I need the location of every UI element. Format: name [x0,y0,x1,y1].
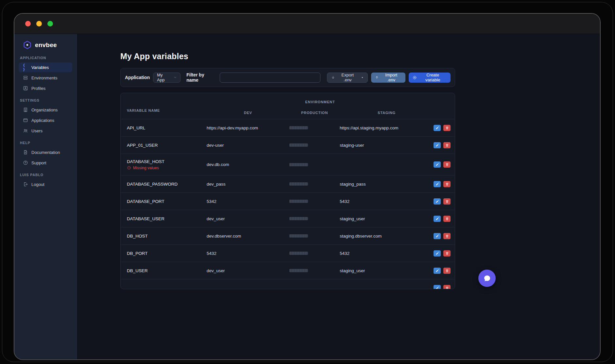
variable-name-column-header: VARIABLE NAME [121,108,207,112]
masked-value [289,217,308,220]
masked-value [289,126,308,129]
zoom-window-button[interactable] [47,21,53,26]
pencil-icon [436,217,439,221]
row-actions [434,216,453,222]
pencil-icon [436,163,439,166]
production-value [289,252,340,255]
table-row: DATABASE_PASSWORDdev_passstaging_pass [121,175,455,193]
chat-bubble-icon [483,274,491,282]
masked-value [289,182,308,186]
import-env-button[interactable]: Import .env [371,73,405,83]
nav-section-label: APPLICATION [14,56,77,60]
export-env-label: Export .env [337,73,358,82]
edit-variable-button[interactable] [434,216,441,222]
sidebar-item-label: Logout [31,182,44,187]
production-value [289,182,340,186]
staging-value: 5432 [340,251,434,256]
delete-variable-button[interactable] [443,268,451,274]
sidebar-item-label: Variables [31,65,49,70]
variable-name: DB_USER [127,268,207,273]
staging-value: staging_user [340,268,434,273]
sidebar-item-environments[interactable]: Environments [19,73,72,83]
chevron-down-icon [174,76,177,79]
sidebar-item-organizations[interactable]: Organizations [19,105,72,115]
missing-values-warning: Missing values [127,166,207,170]
row-actions [434,142,453,148]
pencil-icon [436,252,439,255]
sidebar-item-documentation[interactable]: Documentation [19,147,72,157]
edit-variable-button[interactable] [434,285,441,290]
variable-name: APP_01_USER [127,143,207,148]
sidebar-item-label: Users [31,128,43,133]
minimize-window-button[interactable] [36,21,42,26]
window-icon [23,118,28,123]
staging-value: staging-user [340,143,434,148]
delete-variable-button[interactable] [443,181,451,187]
create-variable-label: Create variable [419,73,447,82]
edit-variable-button[interactable] [434,268,441,274]
export-env-button[interactable]: Export .env [327,73,368,83]
edit-variable-button[interactable] [434,233,441,239]
arrow-up-icon [375,75,379,79]
application-select[interactable]: My App [153,73,180,83]
alert-circle-icon [127,166,131,170]
variables-table: ENVIRONMENT VARIABLE NAME DEV PRODUCTION… [120,93,455,289]
delete-variable-button[interactable] [443,233,451,239]
pencil-icon [436,200,439,203]
nav-section-label: LUIS PABLO [14,173,77,177]
dev-value: dev_user [207,216,289,221]
row-actions [434,233,453,239]
delete-variable-button[interactable] [443,216,451,222]
dev-value: 5432 [207,251,289,256]
staging-value: staging_pass [340,182,434,187]
edit-variable-button[interactable] [434,161,441,168]
sidebar-item-support[interactable]: Support [19,158,72,168]
pencil-icon [436,126,439,130]
sidebar-item-logout[interactable]: Logout [19,179,72,189]
nav-section-label: HELP [14,141,77,145]
dev-value: dev_user [207,268,289,273]
production-value [289,163,340,166]
users-icon [23,128,28,133]
sidebar-item-users[interactable]: Users [19,126,72,136]
logout-icon [23,182,28,187]
trash-icon [445,234,449,238]
sidebar-item-profiles[interactable]: Profiles [19,83,72,93]
filter-input[interactable] [220,73,321,83]
desktop-background: envbee APPLICATION{ }VariablesEnvironmen… [0,0,615,364]
edit-variable-button[interactable] [434,181,441,187]
app-window: envbee APPLICATION{ }VariablesEnvironmen… [14,13,601,360]
create-variable-button[interactable]: Create variable [409,73,451,83]
sidebar-item-label: Profiles [31,86,45,91]
plus-circle-icon [413,75,417,80]
page-title: My App variables [120,52,455,61]
edit-variable-button[interactable] [434,198,441,205]
row-actions [434,268,453,274]
trash-icon [445,163,449,166]
delete-variable-button[interactable] [443,142,451,148]
delete-variable-button[interactable] [443,198,451,205]
variable-name: DATABASE_USER [127,216,207,221]
close-window-button[interactable] [25,21,31,26]
delete-variable-button[interactable] [443,250,451,256]
table-row: DB_USERdev_userstaging_user [121,262,455,279]
edit-variable-button[interactable] [434,125,441,131]
arrow-down-icon [331,75,335,79]
trash-icon [445,252,449,255]
delete-variable-button[interactable] [443,161,451,168]
sidebar-item-label: Organizations [31,108,58,112]
delete-variable-button[interactable] [443,125,451,131]
braces-icon: { } [23,65,28,70]
application-label: Application [125,75,150,80]
sidebar-item-applications[interactable]: Applications [19,115,72,125]
chat-widget-button[interactable] [478,270,496,287]
delete-variable-button[interactable] [443,285,451,290]
edit-variable-button[interactable] [434,142,441,148]
logo-text: envbee [35,41,57,49]
main-content: My App variables Application My App Filt… [77,34,600,359]
layers-icon [23,75,28,80]
variable-name: DATABASE_PASSWORD [127,182,207,187]
edit-variable-button[interactable] [434,250,441,256]
sidebar-item-variables[interactable]: { }Variables [19,62,72,72]
help-circle-icon [23,160,28,165]
